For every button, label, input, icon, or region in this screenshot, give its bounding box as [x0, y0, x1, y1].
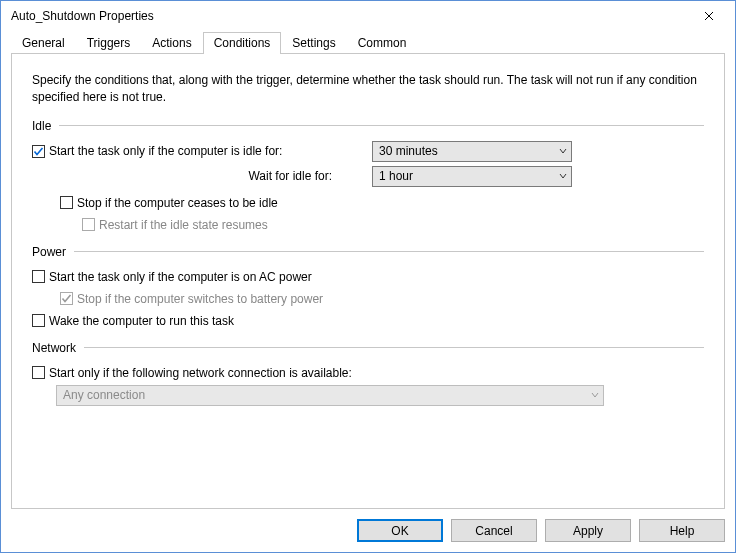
- checkbox-power-wake[interactable]: [32, 314, 45, 327]
- label-idle-stop: Stop if the computer ceases to be idle: [77, 196, 278, 210]
- section-power-header: Power: [32, 245, 704, 259]
- chevron-down-icon: [591, 391, 599, 399]
- tab-conditions[interactable]: Conditions: [203, 32, 282, 54]
- label-idle-start: Start the task only if the computer is i…: [49, 144, 282, 158]
- cancel-button-label: Cancel: [475, 524, 512, 538]
- titlebar: Auto_Shutdown Properties: [1, 1, 735, 31]
- combo-idle-wait[interactable]: 1 hour: [372, 166, 572, 187]
- section-idle-header: Idle: [32, 119, 704, 133]
- label-idle-wait: Wait for idle for:: [248, 169, 332, 183]
- checkbox-network-start[interactable]: [32, 366, 45, 379]
- window-title: Auto_Shutdown Properties: [11, 9, 154, 23]
- checkbox-idle-stop[interactable]: [60, 196, 73, 209]
- dialog-buttons: OK Cancel Apply Help: [1, 515, 735, 552]
- apply-button-label: Apply: [573, 524, 603, 538]
- help-button[interactable]: Help: [639, 519, 725, 542]
- divider: [59, 125, 704, 126]
- checkbox-power-ac[interactable]: [32, 270, 45, 283]
- combo-idle-duration[interactable]: 30 minutes: [372, 141, 572, 162]
- tab-general[interactable]: General: [11, 32, 76, 54]
- combo-idle-duration-value: 30 minutes: [379, 144, 438, 158]
- tab-page-conditions: Specify the conditions that, along with …: [11, 53, 725, 509]
- tabstrip: General Triggers Actions Conditions Sett…: [1, 31, 735, 53]
- label-power-wake: Wake the computer to run this task: [49, 314, 234, 328]
- checkbox-power-stop-battery: [60, 292, 73, 305]
- cancel-button[interactable]: Cancel: [451, 519, 537, 542]
- section-network-header: Network: [32, 341, 704, 355]
- tab-settings[interactable]: Settings: [281, 32, 346, 54]
- apply-button[interactable]: Apply: [545, 519, 631, 542]
- divider: [74, 251, 704, 252]
- chevron-down-icon: [559, 147, 567, 155]
- checkbox-idle-restart: [82, 218, 95, 231]
- tab-triggers[interactable]: Triggers: [76, 32, 142, 54]
- section-power-label: Power: [32, 245, 66, 259]
- checkbox-idle-start[interactable]: [32, 145, 45, 158]
- label-power-ac: Start the task only if the computer is o…: [49, 270, 312, 284]
- divider: [84, 347, 704, 348]
- combo-network-value: Any connection: [63, 388, 145, 402]
- label-power-stop-battery: Stop if the computer switches to battery…: [77, 292, 323, 306]
- ok-button[interactable]: OK: [357, 519, 443, 542]
- combo-network-connection: Any connection: [56, 385, 604, 406]
- combo-idle-wait-value: 1 hour: [379, 169, 413, 183]
- close-button[interactable]: [689, 2, 729, 30]
- dialog-window: Auto_Shutdown Properties General Trigger…: [0, 0, 736, 553]
- close-icon: [704, 11, 714, 21]
- tab-actions[interactable]: Actions: [141, 32, 202, 54]
- help-button-label: Help: [670, 524, 695, 538]
- check-icon: [61, 293, 72, 304]
- conditions-description: Specify the conditions that, along with …: [32, 72, 704, 107]
- tab-common[interactable]: Common: [347, 32, 418, 54]
- label-network-start: Start only if the following network conn…: [49, 366, 352, 380]
- label-idle-restart: Restart if the idle state resumes: [99, 218, 268, 232]
- check-icon: [33, 146, 44, 157]
- section-idle-label: Idle: [32, 119, 51, 133]
- ok-button-label: OK: [391, 524, 408, 538]
- section-network-label: Network: [32, 341, 76, 355]
- chevron-down-icon: [559, 172, 567, 180]
- idle-grid: Start the task only if the computer is i…: [32, 141, 704, 187]
